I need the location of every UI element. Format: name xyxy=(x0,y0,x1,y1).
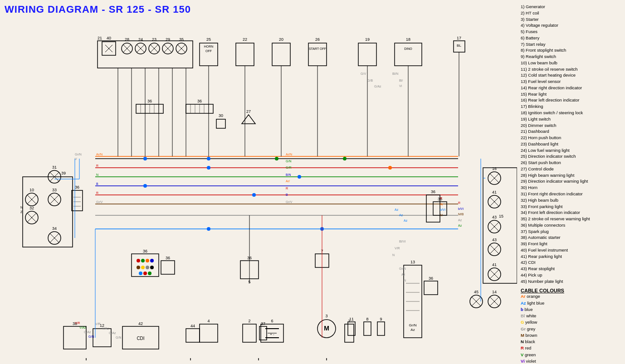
svg-text:Bl/N: Bl/N xyxy=(392,72,398,75)
svg-point-254 xyxy=(146,266,149,269)
legend-item: 23) Dashboard light xyxy=(521,141,625,147)
cable-colour-item: M brown xyxy=(521,332,625,339)
svg-text:G/N: G/N xyxy=(286,160,291,163)
cable-colour-item: Bl white xyxy=(521,313,625,319)
svg-point-251 xyxy=(150,259,154,262)
svg-point-112 xyxy=(275,157,278,160)
svg-point-257 xyxy=(143,272,147,275)
svg-text:Az: Az xyxy=(404,219,408,222)
legend-item: 41) Rear parking light xyxy=(521,253,625,260)
svg-text:20: 20 xyxy=(279,37,283,42)
svg-text:4: 4 xyxy=(207,319,210,323)
svg-text:G/Az: G/Az xyxy=(374,85,381,88)
svg-text:15: 15 xyxy=(499,214,503,218)
svg-text:42: 42 xyxy=(138,321,143,326)
svg-text:36: 36 xyxy=(166,256,170,260)
svg-point-119 xyxy=(207,227,210,231)
legend-item: 13) Fuel level sensor xyxy=(521,78,625,85)
svg-point-252 xyxy=(137,266,140,269)
svg-text:39: 39 xyxy=(61,171,66,175)
legend-item: 4) Voltage regulator xyxy=(521,22,625,29)
legend-item: 34) Front left direction indicator xyxy=(521,209,625,216)
svg-text:33: 33 xyxy=(52,188,57,192)
cable-colour-item: R red xyxy=(521,345,625,351)
legend-item: 27) Control diode xyxy=(521,166,625,172)
legend-item: 36) Multiple connectors xyxy=(521,222,625,228)
legend-item: 35) 2 stroke oil reserve warning light xyxy=(521,216,625,222)
svg-text:N: N xyxy=(392,253,395,257)
svg-text:37: 37 xyxy=(261,321,265,326)
svg-point-258 xyxy=(148,272,151,275)
svg-text:18: 18 xyxy=(406,37,410,42)
legend-list: 1) Generator2) HT coil3) Starter4) Volta… xyxy=(521,4,625,284)
svg-point-248 xyxy=(137,259,140,262)
legend-item: 12) Cold start heating device xyxy=(521,72,625,78)
svg-text:Vi: Vi xyxy=(399,84,402,87)
svg-text:G/N: G/N xyxy=(88,335,94,338)
svg-text:R: R xyxy=(440,197,442,200)
svg-text:11: 11 xyxy=(349,317,354,321)
svg-text:40: 40 xyxy=(107,36,111,40)
svg-text:V/R: V/R xyxy=(75,321,80,325)
svg-text:M: M xyxy=(324,325,329,332)
svg-text:9: 9 xyxy=(380,317,382,321)
svg-text:Ar/N: Ar/N xyxy=(286,153,292,156)
svg-text:N: N xyxy=(96,173,98,176)
legend-area: 1) Generator2) HT coil3) Starter4) Volta… xyxy=(521,4,625,362)
svg-text:13: 13 xyxy=(410,260,415,264)
legend-item: 39) Front light xyxy=(521,241,625,247)
svg-text:B: B xyxy=(96,182,98,185)
svg-text:START OFF: START OFF xyxy=(309,47,326,50)
legend-item: 5) Fuses xyxy=(521,29,625,35)
svg-text:Az: Az xyxy=(395,208,399,211)
svg-text:27: 27 xyxy=(246,109,251,114)
legend-item: 16) Rear left direction indicator xyxy=(521,97,625,103)
svg-text:R: R xyxy=(458,201,460,204)
legend-item: 43) Rear stoplight xyxy=(521,266,625,272)
svg-text:G/B: G/B xyxy=(367,79,373,82)
svg-point-114 xyxy=(388,166,392,170)
svg-text:G/N: G/N xyxy=(116,336,121,339)
svg-point-249 xyxy=(141,259,145,262)
svg-text:41: 41 xyxy=(492,262,497,267)
legend-item: 42) CDI xyxy=(521,259,625,266)
svg-text:V: V xyxy=(75,157,77,160)
legend-item: 14) Rear right direction indicator xyxy=(521,85,625,91)
svg-text:Bl/Vi: Bl/Vi xyxy=(399,240,406,243)
cable-colour-item: Vi violet xyxy=(521,358,625,364)
cable-colour-item: Ar orange xyxy=(521,293,625,300)
svg-text:34: 34 xyxy=(52,226,57,231)
svg-text:Az: Az xyxy=(399,214,403,217)
svg-text:43: 43 xyxy=(492,238,497,242)
legend-item: 15) Rear light xyxy=(521,91,625,97)
legend-item: 7) Start relay xyxy=(521,41,625,48)
wiring-diagram-svg: 40 28 24 23 xyxy=(5,20,517,360)
svg-text:V/Az: V/Az xyxy=(79,326,86,329)
svg-text:Ar/: Ar/ xyxy=(286,180,290,183)
svg-point-113 xyxy=(343,157,347,160)
svg-text:17: 17 xyxy=(457,36,461,40)
diagram-area: 40 28 24 23 xyxy=(5,20,517,360)
legend-item: 29) Direction indicator warning light xyxy=(521,178,625,184)
legend-item: 40) Fuel level instrument xyxy=(521,247,625,253)
svg-point-250 xyxy=(146,259,149,262)
svg-text:V/R: V/R xyxy=(95,322,101,325)
svg-text:14: 14 xyxy=(492,290,497,294)
legend-item: 1) Generator xyxy=(521,4,625,10)
svg-point-117 xyxy=(143,184,147,188)
svg-text:45: 45 xyxy=(474,290,479,294)
svg-text:G/Az: G/Az xyxy=(109,331,116,335)
cable-colour-item: V green xyxy=(521,352,625,358)
legend-item: 22) Horn push button xyxy=(521,135,625,141)
svg-text:41: 41 xyxy=(492,190,497,194)
svg-text:Gr/N: Gr/N xyxy=(75,153,82,156)
svg-text:30: 30 xyxy=(219,113,223,118)
legend-item: 31) Front right direction indicator xyxy=(521,191,625,197)
svg-text:Gr/V: Gr/V xyxy=(286,200,293,204)
cable-colours-title: CABLE COLOURS xyxy=(521,288,625,293)
legend-item: 6) Battery xyxy=(521,35,625,41)
svg-point-255 xyxy=(150,266,154,269)
svg-text:31: 31 xyxy=(52,165,57,170)
svg-text:+  -: + - xyxy=(270,332,274,336)
svg-text:3: 3 xyxy=(325,314,327,318)
